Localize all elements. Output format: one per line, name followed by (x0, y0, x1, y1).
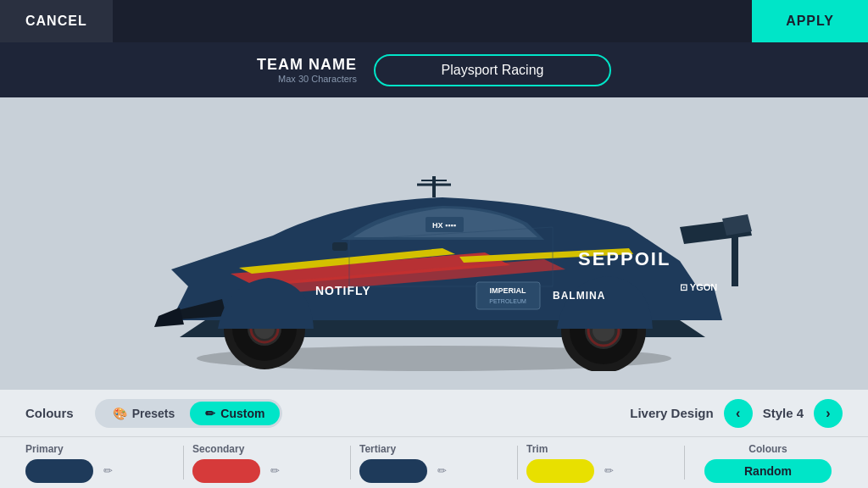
livery-prev-button[interactable]: ‹ (724, 399, 753, 428)
apply-button[interactable]: APPLY (752, 0, 868, 42)
livery-style-label: Style 4 (763, 406, 804, 420)
cancel-button[interactable]: CANCEL (0, 0, 113, 42)
tertiary-edit-icon[interactable]: ✏ (432, 462, 451, 480)
team-name-label: TEAM NAME Max 30 Characters (257, 56, 357, 84)
tertiary-swatch-row: ✏ (359, 459, 451, 483)
custom-label: Custom (220, 407, 264, 420)
top-bar: CANCEL APPLY (0, 0, 868, 42)
custom-toggle-option[interactable]: ✏ Custom (190, 402, 280, 425)
car-area: SEPPOIL NOTIFLY BALMINA ⊡ YGON IMPERIAL … (0, 97, 868, 390)
livery-design-label: Livery Design (630, 406, 713, 420)
livery-section: Livery Design ‹ Style 4 › (630, 399, 843, 428)
colours-section-label: Colours (25, 406, 74, 420)
car-illustration: SEPPOIL NOTIFLY BALMINA ⊡ YGON IMPERIAL … (103, 117, 765, 371)
colours-random-section-label: Colours (748, 443, 787, 455)
trim-edit-icon[interactable]: ✏ (599, 462, 618, 480)
trim-swatch-label: Trim (526, 443, 548, 455)
svg-text:NOTIFLY: NOTIFLY (315, 284, 371, 297)
primary-swatch-label: Primary (25, 443, 64, 455)
svg-rect-24 (332, 242, 348, 251)
svg-text:SEPPOIL: SEPPOIL (578, 248, 670, 269)
team-name-input[interactable] (374, 54, 611, 86)
svg-text:IMPERIAL: IMPERIAL (489, 286, 526, 295)
team-name-sub-label: Max 30 Characters (257, 74, 357, 84)
controls-bar: Colours 🎨 Presets ✏ Custom Livery Design… (0, 390, 868, 436)
secondary-swatch-row: ✏ (192, 459, 284, 483)
primary-swatch-group: Primary ✏ (17, 443, 183, 483)
svg-text:BALMINA: BALMINA (553, 290, 605, 302)
secondary-swatch-group: Secondary ✏ (184, 443, 350, 483)
presets-custom-toggle: 🎨 Presets ✏ Custom (95, 399, 283, 428)
secondary-color-swatch[interactable] (192, 459, 260, 483)
tertiary-color-swatch[interactable] (359, 459, 427, 483)
presets-toggle-option[interactable]: 🎨 Presets (97, 402, 191, 425)
trim-swatch-row: ✏ (526, 459, 618, 483)
primary-color-swatch[interactable] (25, 459, 93, 483)
svg-text:HX ▪▪▪▪: HX ▪▪▪▪ (432, 221, 456, 230)
presets-icon: 🎨 (113, 407, 127, 420)
tertiary-swatch-label: Tertiary (359, 443, 396, 455)
random-button[interactable]: Random (704, 459, 832, 483)
colours-random-group: Colours Random (685, 443, 851, 483)
svg-text:⊡ YGON: ⊡ YGON (680, 282, 717, 292)
secondary-swatch-label: Secondary (192, 443, 244, 455)
secondary-edit-icon[interactable]: ✏ (265, 462, 284, 480)
primary-edit-icon[interactable]: ✏ (98, 462, 117, 480)
presets-label: Presets (132, 407, 175, 420)
car-display-area: SEPPOIL NOTIFLY BALMINA ⊡ YGON IMPERIAL … (0, 97, 868, 390)
tertiary-swatch-group: Tertiary ✏ (351, 443, 517, 483)
primary-swatch-row: ✏ (25, 459, 117, 483)
trim-color-swatch[interactable] (526, 459, 594, 483)
team-name-main-label: TEAM NAME (257, 56, 357, 74)
team-name-bar: TEAM NAME Max 30 Characters (0, 42, 868, 97)
trim-swatch-group: Trim ✏ (518, 443, 684, 483)
svg-text:PETROLEUM: PETROLEUM (489, 298, 526, 304)
livery-next-button[interactable]: › (814, 399, 843, 428)
swatches-bar: Primary ✏ Secondary ✏ Tertiary ✏ Trim ✏ (0, 436, 868, 488)
custom-icon: ✏ (205, 407, 215, 420)
